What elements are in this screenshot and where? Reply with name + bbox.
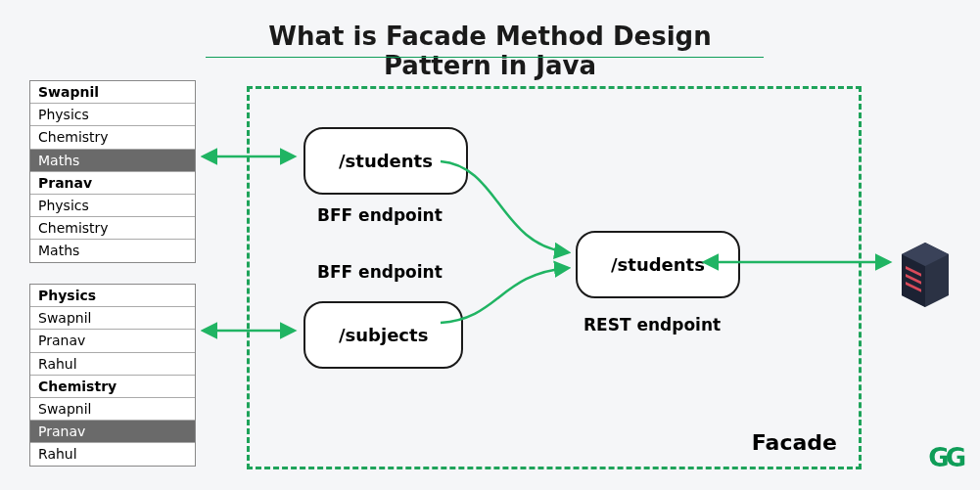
table-row: Chemistry <box>30 126 195 149</box>
server-icon <box>898 241 953 309</box>
students-table: SwapnilPhysicsChemistryMathsPranavPhysic… <box>29 80 196 263</box>
table-row: Swapnil <box>30 81 195 104</box>
bff-endpoint-label-1: BFF endpoint <box>317 205 443 225</box>
table-row: Maths <box>30 240 195 261</box>
rest-students-endpoint: /students <box>576 231 740 298</box>
table-row: Physics <box>30 104 195 126</box>
bff-endpoint-label-2: BFF endpoint <box>317 262 443 282</box>
table-row: Chemistry <box>30 376 195 398</box>
rest-endpoint-label: REST endpoint <box>583 315 721 334</box>
diagram-title: What is Facade Method Design Pattern in … <box>245 22 735 80</box>
geeksforgeeks-logo: GG <box>928 443 962 472</box>
table-row: Swapnil <box>30 307 195 330</box>
title-underline <box>206 57 764 58</box>
facade-label: Facade <box>752 430 837 455</box>
table-row: Pranav <box>30 172 195 195</box>
table-row: Physics <box>30 285 195 307</box>
table-row: Maths <box>30 150 195 172</box>
bff-subjects-endpoint: /subjects <box>303 301 463 369</box>
subjects-table: PhysicsSwapnilPranavRahulChemistrySwapni… <box>29 284 196 467</box>
table-row: Rahul <box>30 443 195 465</box>
table-row: Pranav <box>30 330 195 352</box>
bff-students-endpoint: /students <box>303 127 468 195</box>
table-row: Swapnil <box>30 398 195 421</box>
table-row: Rahul <box>30 353 195 376</box>
table-row: Physics <box>30 195 195 217</box>
table-row: Pranav <box>30 421 195 443</box>
table-row: Chemistry <box>30 217 195 240</box>
